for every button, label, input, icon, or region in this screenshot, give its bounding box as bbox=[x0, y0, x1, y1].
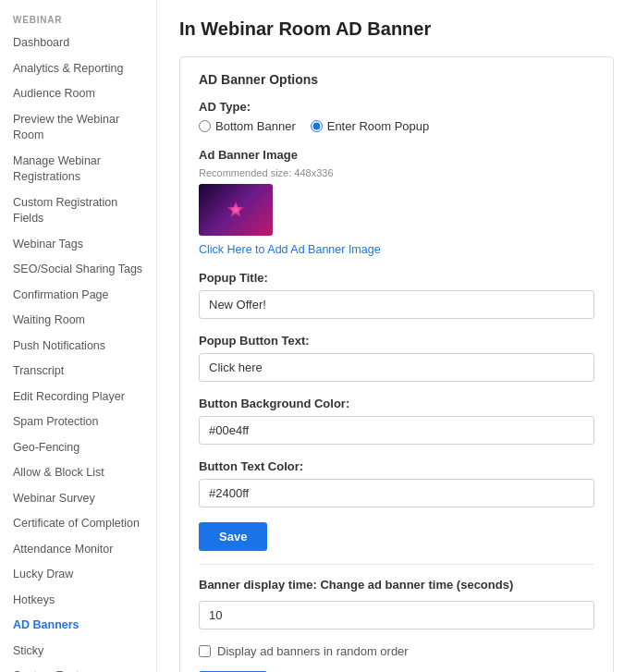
divider-1 bbox=[199, 564, 594, 565]
sidebar-item-waiting-room[interactable]: Waiting Room bbox=[0, 308, 156, 334]
button-text-color-input[interactable] bbox=[199, 479, 594, 507]
sidebar-section-label: WEBINAR bbox=[0, 11, 156, 31]
random-order-checkbox-label[interactable]: Display ad banners in random order bbox=[199, 644, 594, 658]
sidebar-item-analytics-reporting[interactable]: Analytics & Reporting bbox=[0, 56, 156, 82]
sidebar-item-dashboard[interactable]: Dashboard bbox=[0, 31, 156, 56]
radio-bottom-banner[interactable]: Bottom Banner bbox=[199, 119, 296, 133]
sidebar-item-preview-webinar-room[interactable]: Preview the Webinar Room bbox=[0, 107, 156, 149]
sidebar-item-seo-social-sharing-tags[interactable]: SEO/Social Sharing Tags bbox=[0, 257, 156, 283]
sidebar-item-custom-footer[interactable]: Custom Footer bbox=[0, 664, 156, 672]
sidebar-item-push-notifications[interactable]: Push Notifications bbox=[0, 334, 156, 360]
sidebar-item-certificate-of-completion[interactable]: Certificate of Completion bbox=[0, 511, 156, 537]
save-button-1[interactable]: Save bbox=[199, 522, 267, 551]
main-content: In Webinar Room AD Banner AD Banner Opti… bbox=[157, 0, 636, 672]
sidebar-item-allow-block-list[interactable]: Allow & Block List bbox=[0, 460, 156, 486]
ad-type-label: AD Type: bbox=[199, 100, 594, 114]
recommended-size: Recommended size: 448x336 bbox=[199, 167, 594, 178]
ad-banner-options-card: AD Banner Options AD Type: Bottom Banner… bbox=[179, 56, 614, 672]
radio-enter-room-popup-label: Enter Room Popup bbox=[327, 119, 430, 133]
sidebar: WEBINAR DashboardAnalytics & ReportingAu… bbox=[0, 0, 157, 672]
sidebar-item-sticky[interactable]: Sticky bbox=[0, 639, 156, 665]
page-title: In Webinar Room AD Banner bbox=[179, 18, 614, 40]
ad-type-group: AD Type: Bottom Banner Enter Room Popup bbox=[199, 100, 594, 133]
radio-bottom-banner-label: Bottom Banner bbox=[215, 119, 296, 133]
sidebar-item-webinar-survey[interactable]: Webinar Survey bbox=[0, 486, 156, 512]
sidebar-item-lucky-draw[interactable]: Lucky Draw bbox=[0, 562, 156, 588]
sidebar-item-spam-protection[interactable]: Spam Protection bbox=[0, 409, 156, 435]
random-order-label: Display ad banners in random order bbox=[217, 644, 409, 658]
button-bg-color-label: Button Background Color: bbox=[199, 397, 594, 410]
banner-display-time-title: Banner display time: Change ad banner ti… bbox=[199, 578, 594, 592]
card-title: AD Banner Options bbox=[199, 72, 594, 87]
button-text-color-group: Button Text Color: bbox=[199, 459, 594, 507]
banner-display-time-input[interactable] bbox=[199, 601, 594, 629]
banner-image-preview bbox=[199, 184, 273, 236]
popup-button-text-group: Popup Button Text: bbox=[199, 334, 594, 382]
banner-display-time-group: Banner display time: Change ad banner ti… bbox=[199, 578, 594, 629]
sidebar-item-geo-fencing[interactable]: Geo-Fencing bbox=[0, 435, 156, 461]
ad-banner-image-group: Ad Banner Image Recommended size: 448x33… bbox=[199, 148, 594, 256]
banner-image-star-icon bbox=[226, 201, 245, 219]
popup-title-label: Popup Title: bbox=[199, 271, 594, 285]
sidebar-item-transcript[interactable]: Transcript bbox=[0, 359, 156, 385]
sidebar-item-confirmation-page[interactable]: Confirmation Page bbox=[0, 283, 156, 309]
add-image-link[interactable]: Click Here to Add Ad Banner Image bbox=[199, 243, 594, 256]
button-text-color-label: Button Text Color: bbox=[199, 459, 594, 473]
sidebar-item-webinar-tags[interactable]: Webinar Tags bbox=[0, 232, 156, 258]
ad-banner-image-label: Ad Banner Image bbox=[199, 148, 594, 162]
sidebar-item-audience-room[interactable]: Audience Room bbox=[0, 81, 156, 107]
sidebar-item-hotkeys[interactable]: Hotkeys bbox=[0, 588, 156, 614]
random-order-checkbox[interactable] bbox=[199, 645, 211, 657]
radio-enter-room-popup-input[interactable] bbox=[311, 120, 323, 132]
sidebar-item-manage-webinar-registrations[interactable]: Manage Webinar Registrations bbox=[0, 149, 156, 190]
radio-enter-room-popup[interactable]: Enter Room Popup bbox=[311, 119, 430, 133]
button-bg-color-group: Button Background Color: bbox=[199, 397, 594, 445]
button-bg-color-input[interactable] bbox=[199, 416, 594, 445]
popup-button-text-input[interactable] bbox=[199, 353, 594, 382]
sidebar-item-custom-registration-fields[interactable]: Custom Registration Fields bbox=[0, 190, 156, 232]
popup-button-text-label: Popup Button Text: bbox=[199, 334, 594, 348]
sidebar-item-ad-banners[interactable]: AD Banners bbox=[0, 613, 156, 639]
ad-type-radio-group: Bottom Banner Enter Room Popup bbox=[199, 119, 594, 133]
popup-title-group: Popup Title: bbox=[199, 271, 594, 319]
sidebar-item-edit-recording-player[interactable]: Edit Recording Player bbox=[0, 385, 156, 410]
sidebar-item-attendance-monitor[interactable]: Attendance Monitor bbox=[0, 537, 156, 563]
popup-title-input[interactable] bbox=[199, 290, 594, 319]
radio-bottom-banner-input[interactable] bbox=[199, 120, 211, 132]
